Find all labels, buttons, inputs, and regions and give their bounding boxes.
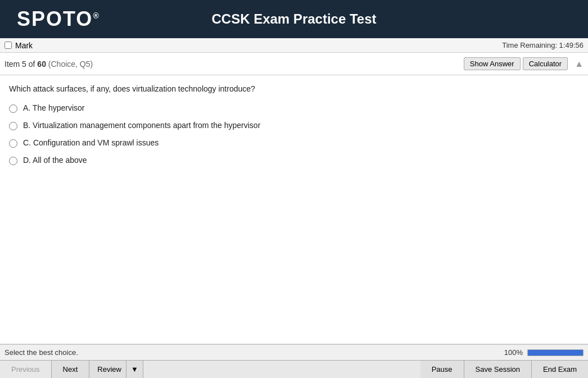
item-bar: Item 5 of 60 (Choice, Q5) Show Answer Ca…: [0, 53, 588, 75]
scroll-icon: ▲: [575, 59, 584, 69]
calculator-button[interactable]: Calculator: [523, 57, 568, 70]
page-title: CCSK Exam Practice Test: [211, 11, 376, 27]
header: SPOTO® CCSK Exam Practice Test: [0, 0, 588, 38]
option-a[interactable]: A. The hypervisor: [9, 103, 579, 113]
item-info: Item 5 of 60 (Choice, Q5): [4, 60, 93, 69]
review-dropdown-button[interactable]: ▼: [126, 361, 143, 378]
progress-bar-fill: [528, 350, 583, 356]
show-answer-button[interactable]: Show Answer: [464, 57, 521, 70]
item-choice: (Choice, Q5): [48, 60, 93, 69]
item-total: 60: [37, 60, 46, 69]
radio-b[interactable]: [9, 122, 17, 130]
question-text: Which attack surfaces, if any, does virt…: [9, 84, 579, 93]
mark-left: Mark: [4, 41, 33, 50]
item-buttons: Show Answer Calculator ▲: [464, 57, 584, 70]
radio-a[interactable]: [9, 104, 17, 113]
review-button[interactable]: Review: [89, 361, 126, 378]
option-label-b: B. Virtualization management components …: [23, 121, 260, 130]
item-text: Item 5 of: [4, 60, 35, 69]
option-b[interactable]: B. Virtualization management components …: [9, 121, 579, 130]
question-area: Which attack surfaces, if any, does virt…: [0, 75, 588, 344]
review-btn-wrapper: Review ▼: [89, 361, 143, 378]
radio-c[interactable]: [9, 139, 17, 148]
progress-bar-bg: [527, 349, 584, 356]
previous-button[interactable]: Previous: [0, 361, 52, 378]
option-label-a: A. The hypervisor: [23, 103, 84, 112]
end-exam-button[interactable]: End Exam: [532, 361, 588, 378]
status-bar: Select the best choice. 100%: [0, 344, 588, 360]
option-label-d: D. All of the above: [23, 156, 87, 165]
options-list: A. The hypervisorB. Virtualization manag…: [9, 103, 579, 165]
radio-d[interactable]: [9, 157, 17, 165]
footer: Previous Next Review ▼ Pause Save Sessio…: [0, 360, 588, 378]
option-c[interactable]: C. Configuration and VM sprawl issues: [9, 138, 579, 148]
pause-button[interactable]: Pause: [420, 361, 464, 378]
option-label-c: C. Configuration and VM sprawl issues: [23, 138, 159, 147]
progress-area: 100%: [504, 348, 584, 357]
status-text: Select the best choice.: [4, 348, 78, 357]
save-session-button[interactable]: Save Session: [464, 361, 532, 378]
mark-bar: Mark Time Remaining: 1:49:56: [0, 38, 588, 53]
next-button[interactable]: Next: [52, 361, 90, 378]
footer-left: Previous Next Review ▼: [0, 361, 420, 378]
mark-checkbox[interactable]: [4, 42, 12, 49]
progress-percent: 100%: [504, 348, 523, 357]
footer-right: Pause Save Session End Exam: [420, 361, 588, 378]
mark-label[interactable]: Mark: [15, 41, 33, 50]
option-d[interactable]: D. All of the above: [9, 156, 579, 165]
time-remaining: Time Remaining: 1:49:56: [502, 41, 584, 49]
logo: SPOTO®: [17, 7, 100, 31]
